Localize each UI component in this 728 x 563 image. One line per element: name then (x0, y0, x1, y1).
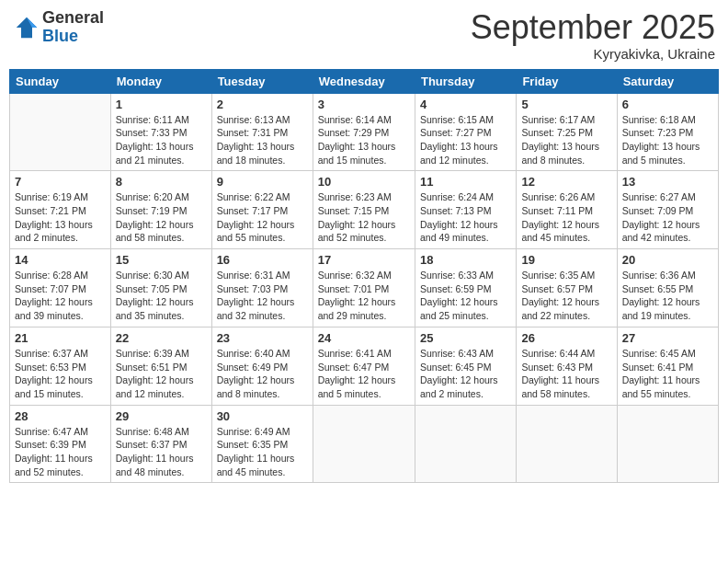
day-info: Sunrise: 6:48 AMSunset: 6:37 PMDaylight:… (116, 425, 207, 479)
day-info: Sunrise: 6:39 AMSunset: 6:51 PMDaylight:… (116, 347, 207, 401)
day-info: Sunrise: 6:15 AMSunset: 7:27 PMDaylight:… (420, 113, 511, 167)
calendar-cell: 20Sunrise: 6:36 AMSunset: 6:55 PMDayligh… (617, 249, 718, 327)
header-sunday: Sunday (10, 69, 111, 93)
day-number: 18 (420, 253, 511, 267)
location: Kyryakivka, Ukraine (471, 46, 715, 62)
logo-icon (13, 14, 40, 41)
calendar-cell: 4Sunrise: 6:15 AMSunset: 7:27 PMDaylight… (415, 93, 516, 171)
calendar-cell: 21Sunrise: 6:37 AMSunset: 6:53 PMDayligh… (10, 327, 111, 405)
day-info: Sunrise: 6:20 AMSunset: 7:19 PMDaylight:… (116, 190, 207, 245)
calendar-cell: 26Sunrise: 6:44 AMSunset: 6:43 PMDayligh… (517, 327, 617, 405)
day-info: Sunrise: 6:26 AMSunset: 7:11 PMDaylight:… (521, 190, 611, 245)
calendar-cell: 6Sunrise: 6:18 AMSunset: 7:23 PMDaylight… (617, 93, 718, 171)
calendar-week-3: 14Sunrise: 6:28 AMSunset: 7:07 PMDayligh… (10, 249, 719, 327)
calendar-cell: 7Sunrise: 6:19 AMSunset: 7:21 PMDaylight… (10, 171, 111, 249)
calendar-cell: 19Sunrise: 6:35 AMSunset: 6:57 PMDayligh… (517, 249, 617, 327)
day-info: Sunrise: 6:11 AMSunset: 7:33 PMDaylight:… (116, 113, 207, 167)
day-number: 16 (217, 253, 308, 267)
day-number: 11 (420, 175, 511, 189)
calendar-cell: 17Sunrise: 6:32 AMSunset: 7:01 PMDayligh… (313, 249, 415, 327)
day-info: Sunrise: 6:17 AMSunset: 7:25 PMDaylight:… (521, 113, 611, 167)
calendar-cell: 22Sunrise: 6:39 AMSunset: 6:51 PMDayligh… (110, 327, 211, 405)
header-thursday: Thursday (415, 69, 516, 93)
calendar-cell: 9Sunrise: 6:22 AMSunset: 7:17 PMDaylight… (211, 171, 313, 249)
calendar-cell: 24Sunrise: 6:41 AMSunset: 6:47 PMDayligh… (313, 327, 415, 405)
day-info: Sunrise: 6:49 AMSunset: 6:35 PMDaylight:… (217, 425, 308, 479)
day-info: Sunrise: 6:40 AMSunset: 6:49 PMDaylight:… (217, 347, 308, 401)
calendar-cell (617, 405, 718, 483)
title-block: September 2025 Kyryakivka, Ukraine (471, 9, 715, 62)
day-number: 10 (318, 175, 410, 189)
calendar: SundayMondayTuesdayWednesdayThursdayFrid… (9, 69, 719, 484)
logo-text: General Blue (42, 9, 104, 46)
calendar-cell: 14Sunrise: 6:28 AMSunset: 7:07 PMDayligh… (10, 249, 111, 327)
calendar-cell (415, 405, 516, 483)
calendar-cell: 8Sunrise: 6:20 AMSunset: 7:19 PMDaylight… (110, 171, 211, 249)
calendar-cell: 10Sunrise: 6:23 AMSunset: 7:15 PMDayligh… (313, 171, 415, 249)
calendar-cell: 16Sunrise: 6:31 AMSunset: 7:03 PMDayligh… (211, 249, 313, 327)
day-number: 4 (420, 98, 511, 111)
day-info: Sunrise: 6:30 AMSunset: 7:05 PMDaylight:… (116, 269, 207, 323)
day-info: Sunrise: 6:27 AMSunset: 7:09 PMDaylight:… (622, 190, 713, 245)
calendar-cell: 2Sunrise: 6:13 AMSunset: 7:31 PMDaylight… (211, 93, 313, 171)
calendar-week-5: 28Sunrise: 6:47 AMSunset: 6:39 PMDayligh… (10, 405, 719, 483)
calendar-cell: 30Sunrise: 6:49 AMSunset: 6:35 PMDayligh… (211, 405, 313, 483)
calendar-cell: 13Sunrise: 6:27 AMSunset: 7:09 PMDayligh… (617, 171, 718, 249)
day-info: Sunrise: 6:19 AMSunset: 7:21 PMDaylight:… (15, 190, 106, 245)
day-number: 20 (622, 253, 713, 267)
header-tuesday: Tuesday (211, 69, 313, 93)
day-info: Sunrise: 6:47 AMSunset: 6:39 PMDaylight:… (15, 425, 106, 479)
calendar-header-row: SundayMondayTuesdayWednesdayThursdayFrid… (10, 69, 719, 93)
header-friday: Friday (517, 69, 617, 93)
day-number: 23 (217, 331, 308, 345)
header-wednesday: Wednesday (313, 69, 415, 93)
day-number: 6 (622, 98, 713, 111)
day-number: 12 (521, 175, 611, 189)
day-number: 14 (15, 253, 106, 267)
day-number: 8 (116, 175, 207, 189)
day-info: Sunrise: 6:35 AMSunset: 6:57 PMDaylight:… (521, 269, 611, 323)
day-number: 1 (116, 98, 207, 111)
day-number: 30 (217, 409, 308, 423)
calendar-cell (313, 405, 415, 483)
day-number: 19 (521, 253, 611, 267)
day-info: Sunrise: 6:36 AMSunset: 6:55 PMDaylight:… (622, 269, 713, 323)
day-info: Sunrise: 6:23 AMSunset: 7:15 PMDaylight:… (318, 190, 410, 245)
day-number: 7 (15, 175, 106, 189)
calendar-cell: 29Sunrise: 6:48 AMSunset: 6:37 PMDayligh… (110, 405, 211, 483)
day-number: 15 (116, 253, 207, 267)
calendar-cell: 15Sunrise: 6:30 AMSunset: 7:05 PMDayligh… (110, 249, 211, 327)
day-info: Sunrise: 6:22 AMSunset: 7:17 PMDaylight:… (217, 190, 308, 245)
day-number: 25 (420, 331, 511, 345)
day-number: 9 (217, 175, 308, 189)
day-number: 22 (116, 331, 207, 345)
calendar-cell: 11Sunrise: 6:24 AMSunset: 7:13 PMDayligh… (415, 171, 516, 249)
day-info: Sunrise: 6:18 AMSunset: 7:23 PMDaylight:… (622, 113, 713, 167)
logo-general: General (42, 9, 104, 28)
day-number: 2 (217, 98, 308, 111)
month-title: September 2025 (471, 9, 715, 46)
calendar-cell (10, 93, 111, 171)
calendar-cell (517, 405, 617, 483)
day-info: Sunrise: 6:37 AMSunset: 6:53 PMDaylight:… (15, 347, 106, 401)
day-info: Sunrise: 6:44 AMSunset: 6:43 PMDaylight:… (521, 347, 611, 401)
calendar-week-4: 21Sunrise: 6:37 AMSunset: 6:53 PMDayligh… (10, 327, 719, 405)
calendar-cell: 23Sunrise: 6:40 AMSunset: 6:49 PMDayligh… (211, 327, 313, 405)
calendar-cell: 1Sunrise: 6:11 AMSunset: 7:33 PMDaylight… (110, 93, 211, 171)
day-number: 21 (15, 331, 106, 345)
day-number: 27 (622, 331, 713, 345)
day-number: 13 (622, 175, 713, 189)
day-number: 17 (318, 253, 410, 267)
calendar-cell: 3Sunrise: 6:14 AMSunset: 7:29 PMDaylight… (313, 93, 415, 171)
day-number: 3 (318, 98, 410, 111)
day-info: Sunrise: 6:41 AMSunset: 6:47 PMDaylight:… (318, 347, 410, 401)
logo-blue: Blue (42, 28, 104, 46)
day-info: Sunrise: 6:45 AMSunset: 6:41 PMDaylight:… (622, 347, 713, 401)
calendar-cell: 27Sunrise: 6:45 AMSunset: 6:41 PMDayligh… (617, 327, 718, 405)
page-header: General Blue September 2025 Kyryakivka, … (9, 9, 719, 62)
calendar-cell: 12Sunrise: 6:26 AMSunset: 7:11 PMDayligh… (517, 171, 617, 249)
day-number: 24 (318, 331, 410, 345)
day-info: Sunrise: 6:33 AMSunset: 6:59 PMDaylight:… (420, 269, 511, 323)
calendar-cell: 28Sunrise: 6:47 AMSunset: 6:39 PMDayligh… (10, 405, 111, 483)
day-number: 28 (15, 409, 106, 423)
